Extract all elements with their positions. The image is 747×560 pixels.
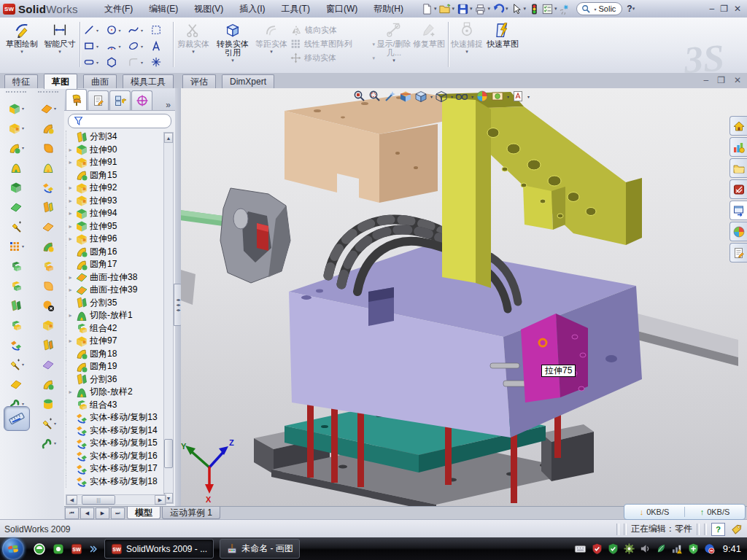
tree-item[interactable]: 实体-移动/复制14 xyxy=(66,424,166,438)
keyboard-layout-icon[interactable] xyxy=(573,542,587,555)
swept-surface-icon[interactable]: ▾ xyxy=(34,98,63,118)
tree-item[interactable]: ▸拉伸96 xyxy=(66,233,166,246)
print-icon-chevron[interactable]: ▾ xyxy=(487,6,490,12)
solidworks-icon[interactable]: SW xyxy=(71,543,82,555)
bodies-icon[interactable] xyxy=(1,276,31,295)
tree-expand-arrow[interactable]: ▸ xyxy=(67,159,74,166)
tree-item[interactable]: 组合43 xyxy=(66,399,166,412)
freeform-icon[interactable]: ▾ xyxy=(34,413,63,433)
network-speed-widget[interactable]: ↓0KB/S ↑0KB/S xyxy=(624,504,746,520)
sync-icon[interactable] xyxy=(655,542,667,555)
featuremanager-tab[interactable] xyxy=(66,89,87,110)
taskbar-clock[interactable]: 9:41 xyxy=(720,543,747,554)
model-nav-2[interactable]: ▶ xyxy=(96,508,109,519)
selection-box-icon[interactable] xyxy=(150,22,173,38)
sketch-button[interactable]: 草图绘制▾ xyxy=(4,20,39,69)
design-library-tab[interactable] xyxy=(729,137,747,157)
split-icon[interactable] xyxy=(1,295,31,315)
security-shield-icon[interactable] xyxy=(607,542,619,555)
spark-icon[interactable] xyxy=(560,3,572,15)
scene-icon[interactable] xyxy=(491,90,504,103)
menu-tools[interactable]: 工具(T) xyxy=(274,1,317,17)
new-document-icon-chevron[interactable]: ▾ xyxy=(434,6,437,12)
slot-icon[interactable]: ▾ xyxy=(83,54,106,70)
menu-view[interactable]: 视图(V) xyxy=(187,1,231,17)
model-nav-1[interactable]: ◀ xyxy=(80,508,94,519)
taskbar-window-solidworks[interactable]: SWSolidWorks 2009 - ... xyxy=(104,539,214,559)
configurationmanager-tab[interactable] xyxy=(109,90,131,110)
linear-sketch-pattern-button[interactable]: 线性草图阵列▾ xyxy=(290,37,375,51)
display-style-icon-chevron[interactable]: ▾ xyxy=(451,94,453,99)
curve2-icon[interactable]: ▾ xyxy=(34,433,63,453)
freeform-icon-chevron[interactable]: ▾ xyxy=(54,421,56,426)
tree-expand-arrow[interactable]: ▸ xyxy=(67,210,74,217)
parting-surface-icon[interactable] xyxy=(34,335,63,354)
annotation-icon-chevron[interactable]: ▾ xyxy=(527,94,530,99)
rapid-snap-button[interactable]: 快速捕捉▾ xyxy=(451,20,483,69)
shell-icon[interactable] xyxy=(1,197,31,217)
help-button[interactable]: ? xyxy=(627,4,632,14)
tree-item[interactable]: ▸拉伸94 xyxy=(66,207,166,220)
undo-icon-chevron[interactable]: ▾ xyxy=(506,6,508,12)
tree-item[interactable]: 实体-移动/复制18 xyxy=(66,475,166,489)
extend-surface-icon[interactable] xyxy=(34,236,63,256)
planar-surface-icon[interactable] xyxy=(34,217,63,236)
sketch-fillet-icon-chevron[interactable]: ▾ xyxy=(141,60,143,65)
scroll-left-arrow[interactable]: ◀ xyxy=(66,495,77,505)
save-icon-chevron[interactable]: ▾ xyxy=(470,6,473,12)
tree-item[interactable]: ▸拉伸90 xyxy=(66,144,166,157)
circle-icon[interactable]: ▾ xyxy=(106,22,128,38)
quick-tips-button[interactable]: ? xyxy=(711,523,725,536)
ellipse-icon[interactable]: ▾ xyxy=(128,38,150,54)
search-box[interactable]: ▾ Solic xyxy=(576,2,623,15)
measure-button-pressed[interactable] xyxy=(4,406,30,431)
view-orientation-icon-chevron[interactable]: ▾ xyxy=(430,94,433,99)
extruded-boss-icon-chevron[interactable]: ▾ xyxy=(22,106,24,111)
pattern-icon-chevron[interactable]: ▾ xyxy=(22,244,24,249)
tree-filter-box[interactable] xyxy=(68,114,171,128)
dome-icon[interactable] xyxy=(34,374,63,394)
defender-icon[interactable] xyxy=(687,542,700,555)
insert-feature-icon[interactable]: ▾ xyxy=(1,354,31,374)
vscroll-thumb[interactable] xyxy=(164,439,173,468)
update-gear-icon[interactable] xyxy=(623,542,635,555)
tab-草图[interactable]: 草图 xyxy=(44,74,77,89)
tab-评估[interactable]: 评估 xyxy=(182,74,216,88)
network-warning-icon[interactable]: ! xyxy=(671,542,684,555)
previous-view-icon[interactable] xyxy=(384,90,397,103)
scene-icon-chevron[interactable]: ▾ xyxy=(507,94,509,99)
boundary-surface-icon[interactable] xyxy=(34,158,63,177)
tree-item[interactable]: 组合42 xyxy=(66,322,166,335)
custom-properties-tab[interactable] xyxy=(729,243,747,262)
tab-DimXpert[interactable]: DimXpert xyxy=(222,74,274,88)
blocked-icon[interactable] xyxy=(703,542,716,555)
knit-surface-icon[interactable] xyxy=(34,256,63,276)
open-icon[interactable] xyxy=(438,3,451,15)
undo-icon[interactable] xyxy=(492,3,505,15)
line-icon-chevron[interactable]: ▾ xyxy=(96,28,98,33)
rectangle-icon-chevron[interactable]: ▾ xyxy=(96,44,98,49)
hide-show-items-icon[interactable] xyxy=(455,90,468,103)
dimxpertmanager-tab[interactable] xyxy=(131,90,152,110)
tag-icon[interactable] xyxy=(729,524,743,535)
display-style-icon[interactable] xyxy=(435,90,448,103)
text-icon[interactable] xyxy=(150,38,173,54)
home-tab[interactable] xyxy=(729,116,747,136)
revolved-boss-icon[interactable]: ▾ xyxy=(1,118,31,138)
draft-icon[interactable] xyxy=(1,217,31,236)
fillet-icon-chevron[interactable]: ▾ xyxy=(22,145,24,150)
tree-expand-arrow[interactable]: ▸ xyxy=(67,312,74,319)
circle-icon-chevron[interactable]: ▾ xyxy=(119,28,121,33)
section-view-icon[interactable] xyxy=(399,90,412,103)
tree-item[interactable]: 圆角19 xyxy=(66,360,166,373)
manager-tabs-more[interactable]: » xyxy=(166,100,175,110)
fillet-icon[interactable]: ▾ xyxy=(1,138,31,158)
restore-button[interactable]: ❐ xyxy=(720,4,728,14)
scroll-right-arrow[interactable]: ▶ xyxy=(155,495,166,505)
menu-insert[interactable]: 插入(I) xyxy=(232,1,272,17)
tree-expand-arrow[interactable]: ▸ xyxy=(67,338,74,344)
cylinder-icon[interactable] xyxy=(34,394,63,413)
mirror-bodies-icon[interactable] xyxy=(1,256,31,276)
model-nav-0[interactable]: ⏮ xyxy=(65,508,79,519)
model-tab-运动算例 1[interactable]: 运动算例 1 xyxy=(162,507,220,519)
